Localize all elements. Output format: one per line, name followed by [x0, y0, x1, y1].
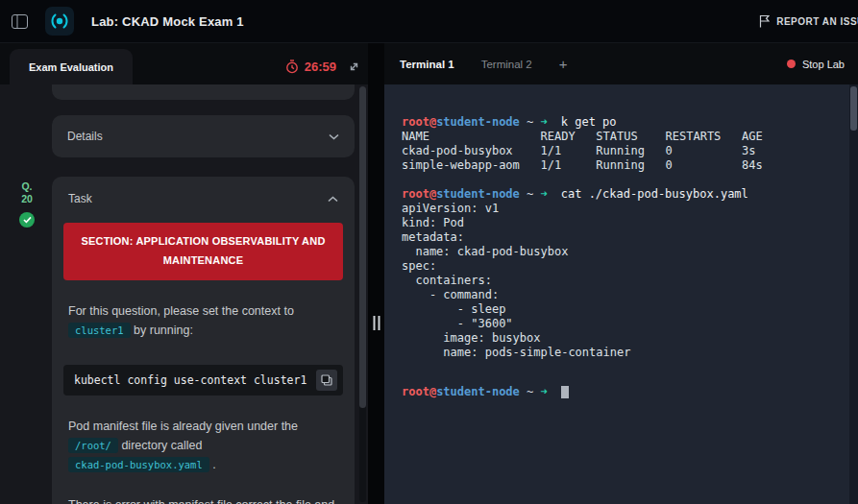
question-prefix: Q. — [21, 180, 32, 192]
details-section-header[interactable]: Details — [52, 115, 355, 157]
terminal-command: cat ./ckad-pod-busybox.yaml — [548, 187, 748, 201]
flag-icon — [759, 14, 770, 28]
chevron-down-icon — [329, 133, 339, 140]
task-paragraph-2: Pod manifest file is already given under… — [63, 417, 343, 474]
terminal-tabbar: Terminal 1 Terminal 2 + Stop Lab — [384, 43, 858, 84]
terminal-prompt-line: root@student-node ~ ➜ — [402, 385, 843, 399]
sidebar-toggle-button[interactable] — [12, 14, 28, 29]
terminal-output-get-pods: NAME READY STATUS RESTARTS AGE ckad-pod-… — [402, 130, 843, 173]
expand-icon — [348, 60, 360, 73]
prompt-host: student-node — [436, 385, 520, 398]
prompt-arrow: ➜ — [541, 115, 548, 129]
lab-title: Lab: CKAD Mock Exam 1 — [91, 14, 244, 29]
top-bar: Lab: CKAD Mock Exam 1 REPORT AN ISSUE — [0, 0, 858, 43]
terminal-panel: Terminal 1 Terminal 2 + Stop Lab root@st… — [384, 43, 858, 504]
copy-icon — [321, 374, 332, 386]
context-code-chip: cluster1 — [68, 323, 131, 338]
prompt-path: ~ — [520, 385, 541, 398]
timer-clock-icon — [285, 60, 299, 74]
exam-content: Details Q. 20 Task — [0, 84, 368, 504]
stop-icon — [787, 60, 796, 68]
prompt-user: root@ — [402, 115, 436, 129]
report-issue-button[interactable]: REPORT AN ISSUE — [759, 14, 858, 28]
prompt-arrow: ➜ — [541, 187, 548, 201]
prompt-path: ~ — [520, 187, 541, 201]
terminal-cursor — [561, 386, 569, 398]
stop-lab-label: Stop Lab — [802, 59, 845, 70]
prompt-host: student-node — [436, 187, 520, 201]
task-paragraph-1: For this question, please set the contex… — [63, 301, 343, 340]
expand-panel-button[interactable] — [348, 60, 360, 73]
prompt-arrow: ➜ — [541, 385, 548, 398]
task-p1-text-after: by running: — [134, 324, 193, 337]
root-dir-chip: /root/ — [68, 438, 118, 453]
terminal-output-cat-yaml: apiVersion: v1 kind: Pod metadata: name:… — [402, 202, 843, 360]
question-badge: Q. 20 — [19, 180, 35, 228]
task-section-header[interactable]: Task — [63, 192, 343, 205]
command-text: kubectl config use-context cluster1 — [74, 373, 306, 387]
panel-resize-handle[interactable] — [368, 43, 384, 504]
prompt-user: root@ — [402, 385, 436, 398]
report-issue-label: REPORT AN ISSUE — [776, 16, 858, 27]
prompt-host: student-node — [436, 115, 520, 129]
check-icon — [23, 216, 32, 224]
exam-panel: Exam Evaluation 26:59 — [0, 43, 368, 504]
exam-timer-value: 26:59 — [305, 60, 336, 74]
task-p1-text: For this question, please set the contex… — [68, 304, 294, 318]
task-label: Task — [68, 192, 92, 205]
tab-exam-evaluation[interactable]: Exam Evaluation — [10, 49, 133, 84]
exam-panel-scrollbar-thumb[interactable] — [359, 86, 366, 408]
terminal-screen[interactable]: root@student-node ~ ➜k get po NAME READY… — [384, 84, 858, 504]
stop-lab-button[interactable]: Stop Lab — [787, 59, 845, 70]
section-banner: SECTION: APPLICATION OBSERVABILITY AND M… — [63, 223, 343, 280]
exam-tabbar: Exam Evaluation 26:59 — [0, 43, 368, 84]
task-paragraph-3: There is error with manifest file correc… — [63, 495, 343, 504]
details-label: Details — [67, 130, 103, 143]
terminal-command: k get po — [548, 115, 617, 129]
sidebar-toggle-icon — [12, 14, 28, 29]
task-p2-text: Pod manifest file is already given under… — [68, 420, 298, 433]
terminal-prompt-line: root@student-node ~ ➜cat ./ckad-pod-busy… — [402, 187, 843, 202]
grip-icon — [373, 316, 380, 330]
task-card: Task SECTION: APPLICATION OBSERVABILITY … — [52, 177, 355, 504]
copy-command-button[interactable] — [316, 370, 337, 391]
app-logo-icon — [45, 7, 74, 36]
scrolled-card-fragment — [52, 84, 355, 100]
tab-exam-evaluation-label: Exam Evaluation — [29, 61, 113, 73]
prompt-path: ~ — [520, 115, 541, 129]
terminal-scrollbar[interactable] — [849, 84, 858, 504]
terminal-prompt-line: root@student-node ~ ➜k get po — [402, 115, 843, 130]
app-logo[interactable] — [45, 7, 74, 36]
yaml-file-chip: ckad-pod-busybox.yaml — [68, 457, 209, 472]
tab-terminal-1[interactable]: Terminal 1 — [400, 59, 454, 70]
exam-timer: 26:59 — [285, 60, 336, 74]
prompt-user: root@ — [402, 187, 436, 201]
question-complete-badge — [19, 212, 35, 228]
tab-terminal-2[interactable]: Terminal 2 — [481, 59, 532, 70]
task-p2-text-after: . — [212, 458, 215, 471]
command-block: kubectl config use-context cluster1 — [63, 365, 343, 396]
question-number: 20 — [21, 193, 33, 204]
add-terminal-button[interactable]: + — [559, 56, 568, 72]
task-p2-text-middle: directory called — [121, 439, 202, 452]
exam-panel-scrollbar[interactable] — [359, 86, 366, 502]
terminal-scrollbar-thumb[interactable] — [850, 86, 857, 131]
chevron-up-icon — [328, 196, 338, 203]
app-window: Lab: CKAD Mock Exam 1 REPORT AN ISSUE Ex… — [0, 0, 858, 504]
